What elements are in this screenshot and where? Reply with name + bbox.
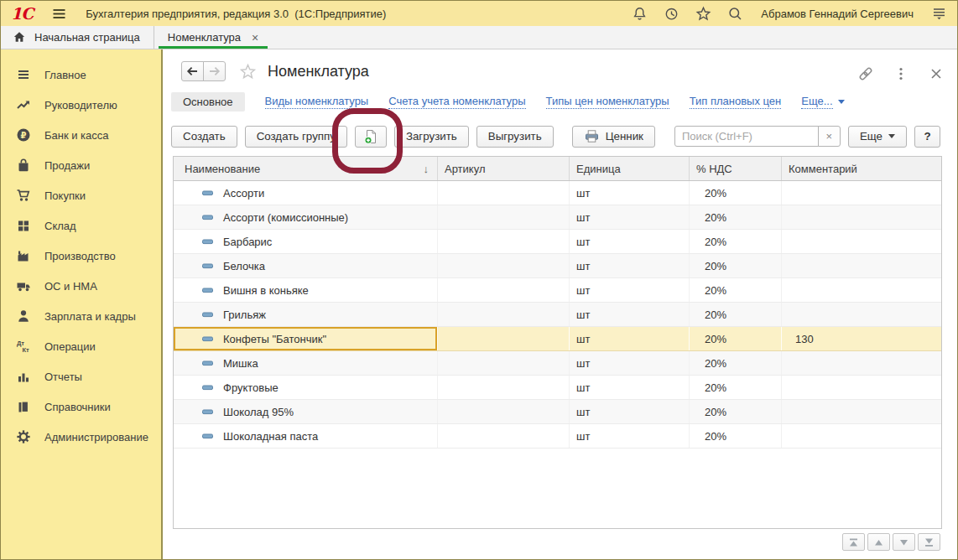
sidebar-item-references[interactable]: Справочники xyxy=(1,391,161,422)
table-row[interactable]: Ассорти (комиссионные)шт20% xyxy=(174,205,941,230)
cell-artikul[interactable] xyxy=(438,351,570,375)
more-button[interactable]: Еще xyxy=(848,126,907,148)
cell-name[interactable]: Шоколад 95% xyxy=(174,400,438,423)
table-row[interactable]: Шоколадная пасташт20% xyxy=(174,424,941,449)
sidebar-item-os-nma[interactable]: ОС и НМА xyxy=(1,271,161,301)
cell-comment[interactable] xyxy=(782,254,941,277)
cell-comment[interactable] xyxy=(782,205,941,229)
cell-name[interactable]: Белочка xyxy=(174,254,438,277)
sidebar-item-purchases[interactable]: Покупки xyxy=(1,180,161,210)
more-options-kebab-icon[interactable] xyxy=(893,66,909,81)
history-icon[interactable] xyxy=(664,6,679,22)
unload-button[interactable]: Выгрузить xyxy=(476,126,554,148)
copy-item-button[interactable] xyxy=(355,126,387,148)
nav-link-0[interactable]: Виды номенклатуры xyxy=(265,95,369,109)
cell-name[interactable]: Конфеты "Батончик" xyxy=(174,327,438,350)
cell-comment[interactable] xyxy=(782,181,941,205)
close-form-icon[interactable] xyxy=(929,66,944,81)
cell-unit[interactable]: шт xyxy=(570,400,690,423)
table-row[interactable]: Вишня в коньякешт20% xyxy=(174,278,941,303)
sidebar-item-production[interactable]: Производство xyxy=(1,241,161,271)
create-button[interactable]: Создать xyxy=(171,126,237,148)
cell-name[interactable]: Грильяж xyxy=(174,303,438,326)
cell-unit[interactable]: шт xyxy=(570,351,690,375)
table-row[interactable]: Шоколад 95%шт20% xyxy=(174,400,941,424)
back-button[interactable] xyxy=(181,61,204,81)
table-row[interactable]: Барбарисшт20% xyxy=(174,230,941,254)
cell-name[interactable]: Шоколадная паста xyxy=(174,424,438,448)
cell-vat[interactable]: 20% xyxy=(690,424,782,448)
go-first-button[interactable] xyxy=(842,533,865,551)
sidebar-item-salary-hr[interactable]: Зарплата и кадры xyxy=(1,301,161,331)
sidebar-item-operations[interactable]: ДтКтОперации xyxy=(1,331,161,361)
cell-artikul[interactable] xyxy=(438,230,570,253)
table-row[interactable]: Конфеты "Батончик"шт20%130 xyxy=(174,327,941,351)
cell-vat[interactable]: 20% xyxy=(690,303,782,326)
cell-artikul[interactable] xyxy=(438,327,570,350)
cell-unit[interactable]: шт xyxy=(570,327,690,350)
cell-name[interactable]: Мишка xyxy=(174,351,438,375)
cell-unit[interactable]: шт xyxy=(570,230,690,253)
sidebar-item-sales[interactable]: Продажи xyxy=(1,150,161,180)
load-button[interactable]: Загрузить xyxy=(394,126,469,148)
sidebar-item-manager[interactable]: Руководителю xyxy=(1,90,161,120)
sidebar-item-reports[interactable]: Отчеты xyxy=(1,361,161,391)
cell-comment[interactable] xyxy=(782,278,941,302)
cell-artikul[interactable] xyxy=(438,278,570,302)
table-row[interactable]: Мишкашт20% xyxy=(174,351,941,376)
cell-vat[interactable]: 20% xyxy=(690,400,782,423)
cell-artikul[interactable] xyxy=(438,424,570,448)
column-header-vat[interactable]: % НДС xyxy=(690,157,782,180)
tab-home[interactable]: Начальная страница xyxy=(1,26,154,49)
global-search-icon[interactable] xyxy=(727,6,743,22)
sidebar-item-warehouse[interactable]: Склад xyxy=(1,210,161,241)
column-header-artikul[interactable]: Артикул xyxy=(438,157,570,180)
cell-artikul[interactable] xyxy=(438,181,570,205)
nav-link-3[interactable]: Тип плановых цен xyxy=(690,95,782,109)
cell-name[interactable]: Ассорти (комиссионные) xyxy=(174,205,438,229)
notifications-bell-icon[interactable] xyxy=(632,6,648,22)
go-up-button[interactable] xyxy=(867,533,890,551)
main-menu-icon[interactable] xyxy=(51,6,67,22)
price-tag-button[interactable]: Ценник xyxy=(572,126,655,148)
search-clear-icon[interactable]: × xyxy=(818,126,841,147)
cell-artikul[interactable] xyxy=(438,254,570,277)
table-row[interactable]: Грильяжшт20% xyxy=(174,303,941,327)
cell-name[interactable]: Вишня в коньяке xyxy=(174,278,438,302)
sidebar-item-bank-cash[interactable]: ₽Банк и касса xyxy=(1,120,161,150)
cell-vat[interactable]: 20% xyxy=(690,278,782,302)
cell-artikul[interactable] xyxy=(438,376,570,399)
cell-unit[interactable]: шт xyxy=(570,424,690,448)
cell-vat[interactable]: 20% xyxy=(690,181,782,205)
cell-comment[interactable]: 130 xyxy=(782,327,941,350)
forward-button[interactable] xyxy=(203,61,226,81)
nav-link-1[interactable]: Счета учета номенклатуры xyxy=(388,95,525,109)
cell-comment[interactable] xyxy=(782,303,941,326)
service-menu-icon[interactable] xyxy=(931,6,947,22)
get-link-icon[interactable] xyxy=(858,66,873,81)
cell-comment[interactable] xyxy=(782,351,941,375)
search-input[interactable] xyxy=(674,126,819,147)
cell-unit[interactable]: шт xyxy=(570,181,690,205)
nav-link-2[interactable]: Типы цен номенклатуры xyxy=(546,95,669,109)
cell-name[interactable]: Барбарис xyxy=(174,230,438,253)
sidebar-item-main[interactable]: Главное xyxy=(1,60,161,90)
create-group-button[interactable]: Создать группу xyxy=(245,126,347,148)
cell-comment[interactable] xyxy=(782,376,941,399)
favorites-star-icon[interactable] xyxy=(695,6,711,22)
cell-vat[interactable]: 20% xyxy=(690,327,782,350)
cell-vat[interactable]: 20% xyxy=(690,230,782,253)
cell-unit[interactable]: шт xyxy=(570,254,690,277)
tab-close-icon[interactable]: × xyxy=(252,31,258,44)
sidebar-item-administration[interactable]: Администрирование xyxy=(1,422,161,452)
column-header-comment[interactable]: Комментарий xyxy=(782,157,941,180)
cell-vat[interactable]: 20% xyxy=(690,254,782,277)
cell-vat[interactable]: 20% xyxy=(690,351,782,375)
cell-vat[interactable]: 20% xyxy=(690,376,782,399)
cell-unit[interactable]: шт xyxy=(570,278,690,302)
cell-artikul[interactable] xyxy=(438,205,570,229)
cell-unit[interactable]: шт xyxy=(570,376,690,399)
cell-comment[interactable] xyxy=(782,424,941,448)
column-header-unit[interactable]: Единица xyxy=(570,157,690,180)
cell-unit[interactable]: шт xyxy=(570,303,690,326)
